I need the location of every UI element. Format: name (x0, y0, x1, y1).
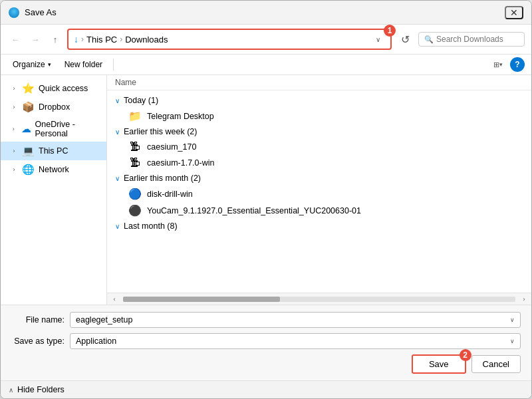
title-bar: Save As ✕ (1, 1, 531, 25)
sidebar-item-quick-access[interactable]: › ⭐ Quick access (1, 79, 106, 98)
scroll-thumb (123, 297, 280, 302)
hide-folders-chevron-icon: ∧ (9, 386, 13, 394)
address-box[interactable]: ↓ › This PC › Downloads ∨ 1 (67, 29, 392, 50)
address-path: ↓ › This PC › Downloads (74, 34, 368, 45)
sidebar-quick-access-label: Quick access (39, 84, 88, 93)
save-badge: 2 (460, 349, 471, 361)
group-chevron-icon: ∨ (115, 97, 120, 104)
search-box: 🔍 (418, 32, 525, 47)
save-as-dialog: Save As ✕ ← → ↑ ↓ › This PC › Downloads … (0, 0, 532, 399)
search-input[interactable] (436, 35, 516, 44)
group-earlier-week-label: Earlier this week (2) (124, 127, 197, 136)
archive-icon: 🗜 (128, 157, 142, 169)
column-name: Name (115, 78, 136, 87)
address-downloads: Downloads (125, 35, 168, 45)
organize-chevron-icon: ▾ (48, 61, 51, 68)
expand-icon: › (10, 147, 18, 155)
search-icon: 🔍 (424, 35, 434, 44)
organize-label: Organize (13, 60, 45, 69)
file-item-caesium1[interactable]: 🗜 caesium_170 (107, 139, 531, 155)
hide-folders-label: Hide Folders (17, 385, 65, 394)
group-chevron-icon: ∨ (115, 175, 120, 182)
expand-icon: › (10, 125, 17, 133)
view-button[interactable]: ⊞ ▾ (489, 57, 507, 72)
toolbar-separator (113, 59, 114, 70)
sidebar-item-dropbox[interactable]: › 📦 Dropbox (1, 98, 106, 116)
address-bar-row: ← → ↑ ↓ › This PC › Downloads ∨ 1 ↺ 🔍 (1, 25, 531, 55)
file-item-diskdrill[interactable]: 🔵 disk-drill-win (107, 186, 531, 202)
expand-icon: › (10, 84, 18, 92)
file-name-caesium2: caesium-1.7.0-win (147, 158, 214, 168)
hide-folders-bar[interactable]: ∧ Hide Folders (1, 380, 531, 398)
view-dropdown-icon: ▾ (499, 61, 503, 68)
toolbar-row: Organize ▾ New folder ⊞ ▾ ? (1, 55, 531, 75)
file-item-youcam[interactable]: ⚫ YouCam_9.1.1927.0_Essential_Essential_… (107, 202, 531, 219)
savetype-row: Save as type: Application ∨ (11, 333, 521, 349)
filename-input[interactable]: eagleget_setup ∨ (70, 312, 521, 328)
save-label: Save (429, 359, 449, 369)
filename-value: eagleget_setup (76, 315, 510, 325)
folder-icon: 📁 (128, 110, 142, 122)
group-chevron-icon: ∨ (115, 223, 120, 230)
savetype-dropdown-icon: ∨ (510, 338, 515, 344)
up-button[interactable]: ↑ (47, 31, 63, 47)
forward-button[interactable]: → (27, 31, 43, 47)
group-today-label: Today (1) (124, 96, 158, 105)
filename-label: File name: (11, 315, 65, 325)
organize-button[interactable]: Organize ▾ (7, 58, 57, 71)
group-earlier-month-label: Earlier this month (2) (124, 174, 201, 183)
file-item-caesium2[interactable]: 🗜 caesium-1.7.0-win (107, 155, 531, 171)
scroll-left-arrow[interactable]: ‹ (110, 295, 119, 304)
refresh-button[interactable]: ↺ (396, 30, 414, 49)
savetype-label: Save as type: (11, 336, 65, 346)
savetype-value: Application (76, 336, 510, 346)
archive-icon: 🗜 (128, 141, 142, 153)
app-icon-youcam: ⚫ (128, 204, 142, 217)
scroll-track[interactable] (123, 297, 515, 302)
expand-icon: › (10, 103, 18, 111)
cancel-button[interactable]: Cancel (471, 355, 521, 373)
app-icon (9, 7, 19, 18)
close-button[interactable]: ✕ (505, 6, 523, 19)
form-actions: Save 2 Cancel (11, 354, 521, 374)
dialog-title: Save As (25, 7, 505, 17)
save-button[interactable]: Save 2 (412, 354, 466, 374)
download-arrow-icon: ↓ (74, 34, 78, 45)
file-name-diskdrill: disk-drill-win (147, 190, 193, 199)
expand-icon: › (10, 166, 18, 174)
file-name-caesium1: caesium_170 (147, 142, 196, 152)
sidebar-item-this-pc[interactable]: › 💻 This PC (1, 142, 106, 160)
scroll-right-arrow[interactable]: › (519, 295, 529, 304)
group-earlier-month[interactable]: ∨ Earlier this month (2) (107, 171, 531, 186)
sidebar-onedrive-label: OneDrive - Personal (35, 120, 101, 138)
view-icon: ⊞ (493, 61, 499, 69)
sidebar-item-network[interactable]: › 🌐 Network (1, 160, 106, 179)
savetype-select[interactable]: Application ∨ (70, 333, 521, 349)
filename-row: File name: eagleget_setup ∨ (11, 312, 521, 328)
main-content: › ⭐ Quick access › 📦 Dropbox › ☁ OneDriv… (1, 75, 531, 305)
sidebar-item-onedrive[interactable]: › ☁ OneDrive - Personal (1, 116, 106, 142)
back-button[interactable]: ← (7, 31, 23, 47)
file-list-header: Name (107, 75, 531, 90)
filename-dropdown-icon: ∨ (510, 317, 515, 323)
group-last-month[interactable]: ∨ Last month (8) (107, 219, 531, 233)
group-last-month-label: Last month (8) (124, 221, 178, 231)
toolbar-right: ⊞ ▾ ? (489, 57, 525, 72)
group-chevron-icon: ∨ (115, 128, 120, 136)
file-name-telegram: Telegram Desktop (147, 112, 214, 121)
sidebar-dropbox-label: Dropbox (39, 102, 70, 112)
bottom-form: File name: eagleget_setup ∨ Save as type… (1, 305, 531, 380)
help-button[interactable]: ? (510, 57, 525, 72)
address-this-pc: This PC (86, 35, 117, 45)
horizontal-scrollbar: ‹ › (107, 293, 531, 305)
file-list: ∨ Today (1) 📁 Telegram Desktop ∨ Earlier… (107, 90, 531, 293)
app-icon-diskdrill: 🔵 (128, 188, 142, 200)
address-dropdown-button[interactable]: ∨ (370, 32, 385, 47)
group-today[interactable]: ∨ Today (1) (107, 93, 531, 108)
group-earlier-week[interactable]: ∨ Earlier this week (2) (107, 124, 531, 139)
file-area: Name ∨ Today (1) 📁 Telegram Desktop ∨ Ea… (107, 75, 531, 305)
new-folder-button[interactable]: New folder (59, 58, 108, 71)
sidebar-this-pc-label: This PC (39, 146, 68, 156)
file-item-telegram[interactable]: 📁 Telegram Desktop (107, 108, 531, 124)
address-badge: 1 (384, 25, 396, 37)
